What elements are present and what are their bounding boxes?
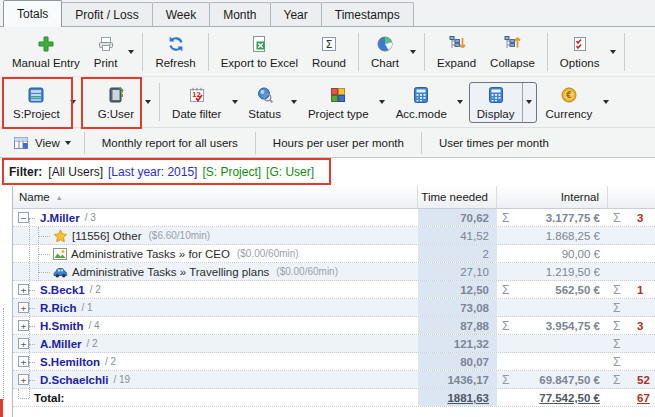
view-mode-button-1[interactable]: Hours per user per month — [261, 131, 416, 155]
options-button[interactable]: Options — [553, 32, 607, 71]
blank — [608, 245, 635, 262]
tab-week[interactable]: Week — [152, 2, 210, 26]
expand-node-icon[interactable]: + — [18, 284, 29, 295]
view-button[interactable]: View — [4, 131, 79, 155]
sigma-icon: Σ — [608, 371, 635, 388]
collapse-node-icon[interactable]: − — [18, 212, 29, 223]
table-row[interactable]: Total:1881,6377.542,50 €67 — [13, 389, 655, 407]
view-mode-button-2[interactable]: User times per month — [427, 131, 561, 155]
column-header-time-needed[interactable]: Time needed — [418, 186, 497, 208]
currency-dropdown[interactable] — [599, 77, 612, 127]
chart-dropdown[interactable] — [406, 27, 419, 76]
s-project-dropdown[interactable] — [67, 77, 80, 127]
blank — [497, 299, 522, 316]
table-row[interactable]: −J.Miller/ 370,62Σ3.177,75 €Σ3 — [13, 209, 655, 227]
g-user-button[interactable]: G:User — [91, 83, 141, 122]
chart-button[interactable]: Chart — [364, 32, 406, 71]
active-filter-bar: Filter: [All Users][Last year: 2015][S: … — [0, 158, 655, 186]
export-excel-button[interactable]: Export to Excel — [214, 32, 305, 71]
separator — [159, 83, 160, 121]
time-needed-value: 1436,17 — [418, 371, 497, 388]
expand-node-icon[interactable]: + — [18, 320, 29, 331]
expand-node-icon[interactable]: + — [18, 338, 29, 349]
project-type-dropdown[interactable] — [376, 77, 389, 127]
acc-mode-dropdown[interactable] — [454, 77, 467, 127]
task-name[interactable]: [11556] Other — [72, 227, 141, 244]
collapse-button[interactable]: Collapse — [483, 32, 542, 71]
chevron-down-icon — [603, 100, 609, 104]
blank — [497, 245, 522, 262]
display-group: Display — [469, 82, 537, 123]
entry-count: / 3 — [85, 209, 96, 226]
user-name[interactable]: A.Miller — [40, 335, 82, 352]
expand-node-icon[interactable]: + — [18, 302, 29, 313]
main-toolbar: Manual EntryPrintRefreshExport to ExcelΣ… — [0, 27, 655, 77]
user-name[interactable]: H.Smith — [40, 317, 83, 334]
status-button[interactable]: Status — [241, 83, 288, 122]
view-mode-button-0[interactable]: Monthly report for all users — [90, 131, 250, 155]
tab-totals[interactable]: Totals — [3, 0, 62, 27]
table-row[interactable]: +D.Schaelchli/ 191436,17Σ69.847,50 €Σ52 — [13, 371, 655, 389]
task-name[interactable]: Administrative Tasks » Travelling plans — [72, 263, 269, 280]
table-row[interactable]: +S.Hemilton/ 280,07Σ — [13, 353, 655, 371]
round-button[interactable]: ΣRound — [305, 32, 353, 71]
table-row[interactable]: Administrative Tasks » Travelling plans(… — [13, 263, 655, 281]
tree-connector — [29, 325, 35, 327]
table-row[interactable]: +H.Smith/ 487,88Σ3.954,75 €Σ3 — [13, 317, 655, 335]
print-dropdown[interactable] — [124, 27, 137, 76]
expand-node-icon[interactable]: + — [18, 374, 29, 385]
print-button[interactable]: Print — [87, 32, 125, 71]
filter-segment: [Last year: 2015] — [108, 165, 197, 179]
table-row[interactable]: Administrative Tasks » for CEO($0.00/60m… — [13, 245, 655, 263]
clipped-value — [635, 335, 655, 352]
currency-button[interactable]: €Currency — [539, 83, 600, 122]
entry-count: / 4 — [88, 317, 99, 334]
time-needed-value: 87,88 — [418, 317, 497, 334]
status-dropdown[interactable] — [288, 77, 301, 127]
clipped-value: 3 — [635, 209, 655, 226]
sigma-icon: Σ — [608, 317, 635, 334]
tab-timestamps[interactable]: Timestamps — [321, 2, 414, 26]
options-dropdown[interactable] — [606, 27, 619, 76]
table-row[interactable]: +R.Rich/ 173,08Σ — [13, 299, 655, 317]
user-name[interactable]: S.Beck1 — [40, 281, 85, 298]
blank — [608, 227, 635, 244]
date-filter-dropdown[interactable] — [228, 77, 241, 127]
user-name[interactable]: R.Rich — [40, 299, 76, 316]
column-header-name[interactable]: Name ▲ — [13, 186, 418, 208]
sigma-icon: Σ — [608, 209, 635, 226]
internal-value: 3.177,75 € — [522, 209, 608, 226]
manual-entry-button[interactable]: Manual Entry — [5, 32, 87, 71]
user-name[interactable]: D.Schaelchli — [40, 371, 108, 388]
separator — [208, 33, 209, 71]
tab-year[interactable]: Year — [270, 2, 322, 26]
g-user-dropdown[interactable] — [141, 77, 154, 127]
pie-chart-icon — [375, 34, 395, 54]
project-type-button[interactable]: Project type — [301, 83, 376, 122]
s-project-button[interactable]: S:Project — [6, 83, 67, 122]
display-dropdown[interactable] — [522, 83, 536, 122]
user-name[interactable]: J.Miller — [40, 209, 80, 226]
chevron-down-icon — [457, 100, 463, 104]
column-header-internal[interactable]: Internal — [497, 186, 608, 208]
tab-profit-loss[interactable]: Profit / Loss — [61, 2, 152, 26]
time-needed-value: 70,62 — [418, 209, 497, 226]
user-name[interactable]: S.Hemilton — [40, 353, 100, 370]
table-row[interactable]: +A.Miller/ 2121,32Σ — [13, 335, 655, 353]
expand-button[interactable]: Expand — [430, 32, 483, 71]
display-button[interactable]: Display — [470, 83, 522, 122]
sigma-icon: Σ — [608, 353, 635, 370]
refresh-button[interactable]: Refresh — [148, 32, 202, 71]
date-filter-button[interactable]: 12Date filter — [165, 83, 228, 122]
tree-connector — [38, 235, 50, 237]
table-row[interactable]: +S.Beck1/ 212,50Σ562,50 €Σ1 — [13, 281, 655, 299]
expand-node-icon[interactable]: + — [18, 356, 29, 367]
acc-mode-button[interactable]: Acc.mode — [389, 83, 454, 122]
tab-month[interactable]: Month — [209, 2, 270, 26]
task-name[interactable]: Administrative Tasks » for CEO — [71, 245, 230, 262]
clipped-value — [635, 263, 655, 280]
entry-count: / 19 — [113, 371, 130, 388]
table-row[interactable]: [11556] Other($6.60/10min)41,521.868,25 … — [13, 227, 655, 245]
clipped-value — [635, 353, 655, 370]
splitter-dots[interactable] — [3, 308, 4, 400]
